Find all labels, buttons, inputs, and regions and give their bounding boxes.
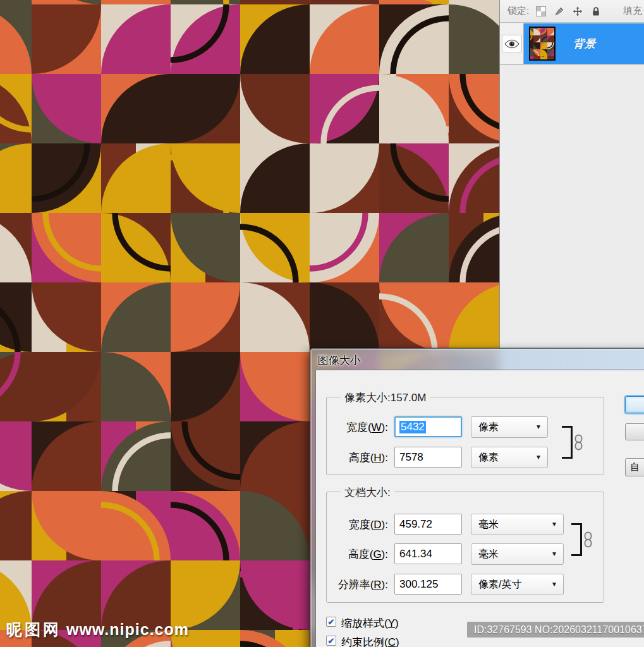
dialog-title: 图像大小 — [318, 353, 361, 368]
chevron-down-icon: ▼ — [551, 550, 557, 557]
constrain-proportions-label[interactable]: 约束比例(C) — [341, 635, 399, 647]
constrain-proportions-checkbox[interactable]: ✔ — [326, 636, 336, 646]
pixel-link-bracket — [562, 426, 573, 459]
layer-entry: 背景 — [524, 23, 644, 64]
doc-width-unit-select[interactable]: 毫米 ▼ — [471, 514, 564, 535]
pixel-height-input[interactable]: 7578 — [394, 447, 462, 468]
ok-button[interactable] — [625, 396, 644, 413]
doc-height-label: 高度(G): — [334, 547, 388, 562]
watermark-url: www.nipic.com — [66, 620, 189, 638]
dialog-client-area: 像素大小:157.0M 宽度(W): 5432 像素 ▼ 高度(H): 7578… — [315, 370, 644, 647]
lock-position-move-icon[interactable] — [571, 5, 584, 18]
doc-height-unit-select[interactable]: 毫米 ▼ — [471, 543, 564, 565]
image-id-badge: ID:32767593 NO:20260321170010637101 — [467, 622, 644, 638]
doc-link-bracket — [571, 523, 582, 556]
lock-all-padlock-icon[interactable] — [590, 5, 602, 18]
cancel-button[interactable] — [625, 423, 644, 440]
chain-link-icon — [584, 531, 592, 548]
layer-thumbnail[interactable] — [529, 27, 556, 61]
chevron-down-icon: ▼ — [535, 423, 542, 430]
resolution-input[interactable]: 300.125 — [394, 574, 462, 595]
chevron-down-icon: ▼ — [551, 521, 557, 528]
site-watermark: 昵图网 www.nipic.com — [6, 619, 189, 640]
doc-width-label: 宽度(D): — [334, 517, 388, 532]
photoshop-window: 锁定: — [0, 0, 644, 647]
auto-button[interactable]: 自 — [625, 458, 644, 476]
dialog-titlebar[interactable]: 图像大小 — [310, 349, 644, 370]
scale-styles-checkbox[interactable]: ✔ — [326, 617, 336, 627]
pixel-width-label: 宽度(W): — [334, 420, 388, 435]
fill-label: 填充 — [623, 5, 642, 17]
chevron-down-icon: ▼ — [551, 581, 557, 588]
eye-icon — [504, 39, 519, 49]
document-size-group-title: 文档大小: — [341, 485, 394, 500]
chain-link-icon — [574, 434, 583, 450]
layer-visibility-well — [500, 23, 524, 64]
pixel-width-unit-select[interactable]: 像素 ▼ — [471, 416, 548, 438]
layer-row-background[interactable]: 背景 — [500, 23, 644, 64]
layer-visibility-toggle[interactable] — [502, 35, 522, 52]
resolution-unit-select[interactable]: 像素/英寸 ▼ — [471, 574, 564, 595]
lock-transparency-icon[interactable] — [535, 5, 547, 18]
layer-lock-toolbar: 锁定: — [500, 0, 644, 23]
image-size-dialog: 图像大小 像素大小:157.0M 宽度(W): 5432 像素 ▼ 高度(H):… — [310, 348, 644, 647]
doc-width-input[interactable]: 459.72 — [394, 514, 462, 535]
layer-name: 背景 — [573, 37, 596, 51]
pixel-dimensions-group-title: 像素大小:157.0M — [341, 390, 430, 405]
resolution-label: 分辨率(R): — [327, 577, 388, 592]
pixel-height-label: 高度(H): — [334, 450, 388, 465]
pixel-width-input[interactable]: 5432 — [394, 416, 462, 437]
doc-height-input[interactable]: 641.34 — [394, 543, 462, 564]
check-icon: ✔ — [328, 637, 335, 645]
check-icon: ✔ — [328, 618, 335, 626]
chevron-down-icon: ▼ — [535, 454, 542, 461]
pixel-height-unit-select[interactable]: 像素 ▼ — [471, 447, 548, 468]
scale-styles-label[interactable]: 缩放样式(Y) — [341, 616, 399, 631]
lock-label: 锁定: — [507, 5, 529, 17]
watermark-logo: 昵图网 — [6, 620, 61, 638]
lock-pixels-brush-icon[interactable] — [553, 5, 566, 18]
